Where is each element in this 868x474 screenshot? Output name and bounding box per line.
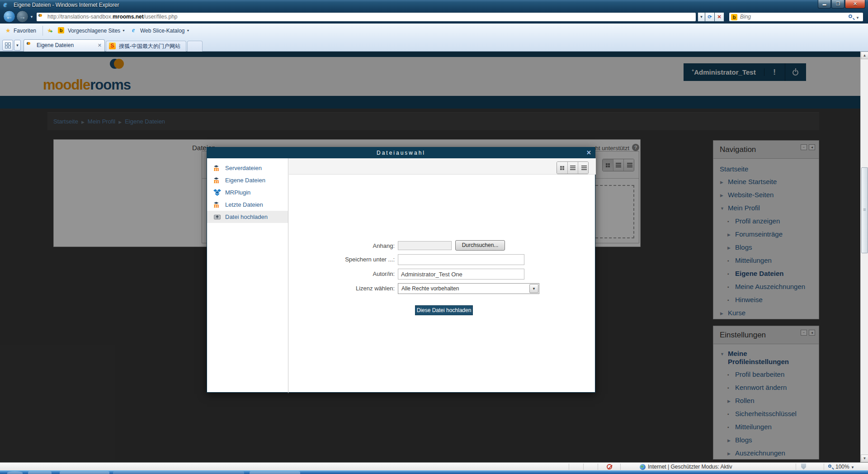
tab-row: ▼ Eigene Dateien ✕ S 搜狐-中国最大的门户网站 ⌂ ▼ ▼ … (0, 38, 868, 52)
taskbar-item[interactable] (113, 471, 244, 474)
upload-file-button[interactable]: Diese Datei hochladen (415, 305, 473, 315)
search-dropdown-icon[interactable]: ▼ (856, 16, 859, 20)
address-bar[interactable]: http://translations-sandbox.mrooms.net/u… (36, 12, 696, 22)
internet-zone-icon (640, 464, 646, 470)
divider (620, 464, 621, 470)
search-box[interactable]: b ▼ (729, 12, 863, 22)
toolbar-band: ★ Favoriten ★ b Vorgeschlagene Sites e W… (0, 24, 868, 52)
site-favicon (38, 14, 46, 20)
security-zone-status: Internet | Geschützter Modus: Aktiv (640, 464, 732, 470)
repo-datei-hochladen[interactable]: Datei hochladen (207, 211, 288, 223)
tab-sohu[interactable]: S 搜狐-中国最大的门户网站 (106, 41, 186, 52)
saveas-input[interactable] (398, 254, 524, 265)
taskbar-item[interactable] (28, 471, 52, 474)
page-scrollbar[interactable]: ▲ ▼ (860, 52, 868, 462)
moodle-icon: m (213, 201, 221, 209)
moodle-icon: m (213, 164, 221, 172)
status-bar: Internet | Geschützter Modus: Aktiv ▼ 10… (0, 462, 868, 470)
license-select[interactable]: Alle Rechte vorbehalten ▼ (398, 283, 539, 294)
saveas-label: Speichern unter ...: (288, 256, 395, 263)
svg-text:m: m (214, 166, 219, 172)
bing-icon: b (731, 14, 737, 20)
favorites-button[interactable]: Favoriten (14, 28, 36, 34)
tab-favicon (27, 42, 30, 48)
list-view-button[interactable] (567, 162, 578, 174)
view-toggle-group (557, 161, 589, 174)
favorites-bar: ★ Favoriten ★ b Vorgeschlagene Sites e W… (0, 24, 868, 38)
taskbar-item[interactable] (60, 471, 109, 474)
dialog-toolbar (289, 158, 596, 175)
new-tab-stub[interactable] (187, 41, 203, 52)
file-picker-dialog: Dateiauswahl m Serverdateien m Eigene Da… (207, 147, 595, 393)
list-view-icon (570, 166, 576, 170)
divider (824, 464, 824, 470)
tree-view-button[interactable] (578, 162, 588, 174)
search-icon[interactable] (849, 14, 852, 18)
address-row: ← → ▼ http://translations-sandbox.mrooms… (0, 10, 868, 24)
browse-button[interactable]: Durchsuchen... (455, 240, 505, 251)
close-button[interactable] (845, 0, 865, 9)
suggested-sites-button[interactable]: Vorgeschlagene Sites (68, 28, 125, 34)
webslice-button[interactable]: Web Slice-Katalog (140, 28, 189, 34)
scroll-up-icon[interactable]: ▲ (861, 52, 868, 59)
shield-icon[interactable] (801, 464, 806, 469)
back-button[interactable]: ← (3, 10, 15, 23)
divider (583, 464, 584, 470)
scroll-down-icon[interactable]: ▼ (861, 455, 868, 462)
forward-button[interactable]: → (16, 10, 28, 23)
dialog-close-icon[interactable] (586, 149, 591, 156)
start-orb[interactable] (7, 471, 23, 474)
add-to-favorites-bar-icon[interactable]: ★ (47, 27, 52, 34)
attachment-label: Anhang: (288, 242, 395, 249)
upload-icon (213, 213, 221, 221)
windows-taskbar[interactable] (0, 470, 868, 474)
url-text: http://translations-sandbox.mrooms.net/u… (47, 14, 178, 20)
tab-close-icon[interactable]: ✕ (98, 43, 102, 48)
minimize-button[interactable] (818, 0, 831, 9)
repo-eigene-dateien[interactable]: m Eigene Dateien (207, 174, 288, 186)
repo-letzte-dateien[interactable]: m Letzte Dateien (207, 199, 288, 211)
search-input[interactable] (740, 14, 830, 20)
dialog-header[interactable]: Dateiauswahl (207, 147, 595, 158)
window-title: Eigene Dateien - Windows Internet Explor… (14, 2, 119, 8)
tree-view-icon (581, 166, 587, 170)
stop-button[interactable]: ✕ (714, 12, 724, 22)
zoom-control[interactable]: 100% ▼ (835, 464, 854, 470)
window-titlebar[interactable]: e Eigene Dateien - Windows Internet Expl… (0, 0, 868, 10)
restore-button[interactable] (831, 0, 844, 9)
chevron-down-icon[interactable]: ▼ (529, 284, 538, 293)
webslice-icon: e (132, 27, 135, 33)
tab-list-dropdown[interactable]: ▼ (14, 40, 21, 51)
divider (796, 464, 796, 470)
moodle-icon: m (213, 176, 221, 184)
ie-logo-icon: e (4, 1, 11, 8)
repo-serverdateien[interactable]: m Serverdateien (207, 162, 288, 174)
license-label: Lizenz wählen: (288, 285, 395, 292)
divider (569, 464, 569, 470)
divider (598, 464, 598, 470)
author-input[interactable] (398, 269, 524, 280)
repo-mrplugin[interactable]: MRPlugin (207, 186, 288, 199)
author-label: Autor/in: (288, 270, 395, 277)
file-input[interactable] (398, 241, 452, 250)
repository-list: m Serverdateien m Eigene Dateien MRPlugi… (207, 158, 288, 393)
blocked-content-icon[interactable] (607, 464, 612, 469)
dialog-title: Dateiauswahl (207, 150, 595, 156)
svg-text:m: m (214, 178, 219, 184)
taskbar-item[interactable] (250, 471, 300, 474)
dropbox-icon (213, 189, 221, 196)
scrollbar-thumb[interactable] (861, 167, 868, 253)
recent-pages-dropdown-icon[interactable]: ▼ (30, 15, 33, 19)
grid-view-icon (560, 166, 564, 170)
svg-text:m: m (214, 202, 219, 209)
divider (42, 26, 43, 36)
tab-label: 搜狐-中国最大的门户网站 (119, 43, 180, 49)
favorites-star-icon: ★ (5, 27, 11, 34)
address-dropdown-button[interactable]: ▼ (698, 12, 705, 22)
quick-tabs-button[interactable] (2, 40, 13, 51)
icon-view-button[interactable] (557, 162, 567, 174)
tab-eigene-dateien[interactable]: Eigene Dateien ✕ (24, 39, 105, 52)
suggested-sites-icon: b (58, 27, 64, 33)
refresh-button[interactable]: ⟳ (705, 12, 715, 22)
tab-favicon: S (109, 43, 116, 49)
